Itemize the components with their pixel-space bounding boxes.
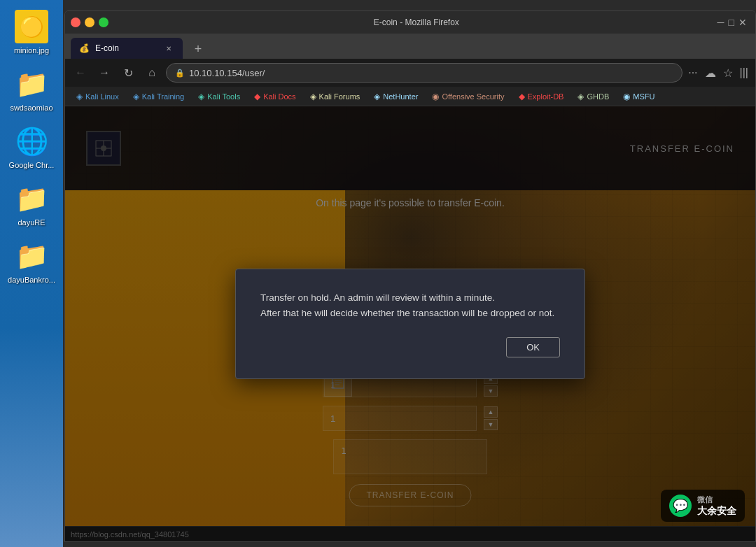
wechat-username: 大余安全 <box>697 505 736 518</box>
restore-icon[interactable]: □ <box>729 17 734 28</box>
desktop: 🟡 minion.jpg 📁 swdsaomiao 🌐 Google Chr..… <box>0 0 63 547</box>
browser-window: E-coin - Mozilla Firefox ─ □ ✕ 💰 E-coin … <box>64 10 756 542</box>
dialog-ok-button[interactable]: OK <box>506 337 560 357</box>
title-bar: E-coin - Mozilla Firefox ─ □ ✕ <box>65 11 755 34</box>
bookmark-kali-linux-label: Kali Linux <box>85 92 119 101</box>
dialog-overlay: Transfer on hold. An admin will review i… <box>65 106 755 541</box>
bookmark-offensive-security-label: Offensive Security <box>442 92 504 101</box>
reload-button[interactable]: ↻ <box>118 63 138 83</box>
bookmark-kali-linux[interactable]: ◈ Kali Linux <box>71 90 125 103</box>
more-button[interactable]: ··· <box>687 65 699 80</box>
ssl-icon: 🔒 <box>175 69 185 78</box>
wechat-text: 微信 大余安全 <box>697 494 736 518</box>
bookmarks-bar: ◈ Kali Linux ◈ Kali Training ◈ Kali Tool… <box>65 87 755 106</box>
tab-label: E-coin <box>95 43 119 53</box>
desktop-icon-dayubankro[interactable]: 📁 dayuBankro... <box>4 236 59 287</box>
bookmark-nethunter-label: NetHunter <box>383 92 418 101</box>
minimize-icon[interactable]: ─ <box>718 17 724 28</box>
desktop-icon-chrome[interactable]: 🌐 Google Chr... <box>4 122 59 172</box>
address-icons: ··· ☁ ☆ ||| <box>687 65 750 81</box>
bookmark-kali-tools[interactable]: ◈ Kali Tools <box>192 90 246 103</box>
dialog-message: Transfer on hold. An admin will review i… <box>260 290 560 320</box>
dialog-message-line2: After that he will decide whether the tr… <box>260 308 554 318</box>
folder-icon-dayure: 📁 <box>15 182 48 215</box>
bookmark-msfu-label: MSFU <box>633 92 654 101</box>
tab-bar: 💰 E-coin ✕ + <box>65 34 755 59</box>
wechat-icon: 💬 <box>669 495 692 517</box>
msfu-icon: ◉ <box>623 92 630 101</box>
folder-icon-swdsaomiao: 📁 <box>15 67 48 101</box>
desktop-icon-minion-label: minion.jpg <box>14 46 49 55</box>
offensive-security-icon: ◉ <box>432 92 439 101</box>
dialog-box: Transfer on hold. An admin will review i… <box>235 269 585 379</box>
url-bar[interactable]: 🔒 10.10.10.154/user/ <box>166 63 682 83</box>
folder-icon-dayubankro: 📁 <box>15 239 48 273</box>
wechat-label: 微信 <box>697 495 713 504</box>
address-bar: ← → ↻ ⌂ 🔒 10.10.10.154/user/ ··· ☁ ☆ ||| <box>65 59 755 87</box>
dialog-message-line1: Transfer on hold. An admin will review i… <box>260 292 495 303</box>
bookmark-msfu[interactable]: ◉ MSFU <box>617 90 660 103</box>
desktop-icon-dayubankro-label: dayuBankro... <box>8 276 55 284</box>
bookmark-ghdb-label: GHDB <box>587 92 609 101</box>
dialog-actions: OK <box>260 337 560 357</box>
bookmark-exploit-db-label: Exploit-DB <box>528 92 564 101</box>
pocket-icon[interactable]: ☁ <box>704 65 718 81</box>
back-button[interactable]: ← <box>71 63 90 83</box>
window-controls <box>71 17 108 27</box>
close-icon[interactable]: ✕ <box>738 17 747 28</box>
bookmark-kali-training-label: Kali Training <box>142 92 185 101</box>
wechat-watermark: 💬 微信 大余安全 <box>661 490 745 522</box>
bookmark-nethunter[interactable]: ◈ NetHunter <box>368 90 424 103</box>
desktop-icon-swdsaomiao-label: swdsaomiao <box>10 104 52 112</box>
bookmark-ghdb[interactable]: ◈ GHDB <box>572 90 615 103</box>
bookmark-kali-docs-label: Kali Docs <box>263 92 295 101</box>
tab-favicon: 💰 <box>79 43 90 53</box>
bookmark-kali-docs[interactable]: ◆ Kali Docs <box>248 90 301 103</box>
library-icon[interactable]: ||| <box>738 65 750 80</box>
chrome-icon: 🌐 <box>15 125 48 158</box>
close-button[interactable] <box>71 17 80 27</box>
minimize-button[interactable] <box>85 17 94 27</box>
desktop-icon-swdsaomiao[interactable]: 📁 swdsaomiao <box>4 64 59 115</box>
home-button[interactable]: ⌂ <box>142 63 162 83</box>
maximize-button[interactable] <box>99 17 108 27</box>
bookmark-kali-forums[interactable]: ◈ Kali Forums <box>304 90 366 103</box>
bookmark-star-icon[interactable]: ☆ <box>722 65 734 81</box>
window-title: E-coin - Mozilla Firefox <box>115 17 718 27</box>
desktop-icon-dayure-label: dayuRE <box>18 218 45 227</box>
nethunter-icon: ◈ <box>374 92 380 101</box>
url-value: 10.10.10.154/user/ <box>189 68 265 78</box>
page-content: TRANSFER E-COIN On this page it's possib… <box>65 106 755 541</box>
tab-close-button[interactable]: ✕ <box>163 43 174 54</box>
exploit-db-icon: ◆ <box>519 92 525 101</box>
desktop-icon-minion[interactable]: 🟡 minion.jpg <box>4 7 59 57</box>
active-tab[interactable]: 💰 E-coin ✕ <box>71 38 183 59</box>
bookmark-kali-tools-label: Kali Tools <box>207 92 240 101</box>
bookmark-exploit-db[interactable]: ◆ Exploit-DB <box>513 90 570 103</box>
ghdb-icon: ◈ <box>578 92 584 101</box>
minion-icon: 🟡 <box>15 10 48 43</box>
desktop-icon-dayure[interactable]: 📁 dayuRE <box>4 179 59 229</box>
kali-forums-icon: ◈ <box>310 92 316 101</box>
bookmark-kali-training[interactable]: ◈ Kali Training <box>127 90 190 103</box>
kali-tools-icon: ◈ <box>198 92 204 101</box>
kali-docs-icon: ◆ <box>254 92 260 101</box>
url-text: 10.10.10.154/user/ <box>189 68 265 78</box>
bookmark-kali-forums-label: Kali Forums <box>319 92 360 101</box>
desktop-icon-chrome-label: Google Chr... <box>9 161 55 169</box>
kali-training-icon: ◈ <box>133 92 139 101</box>
forward-button[interactable]: → <box>94 63 114 83</box>
new-tab-button[interactable]: + <box>188 39 208 59</box>
kali-linux-icon: ◈ <box>76 92 83 101</box>
bookmark-offensive-security[interactable]: ◉ Offensive Security <box>426 90 510 103</box>
